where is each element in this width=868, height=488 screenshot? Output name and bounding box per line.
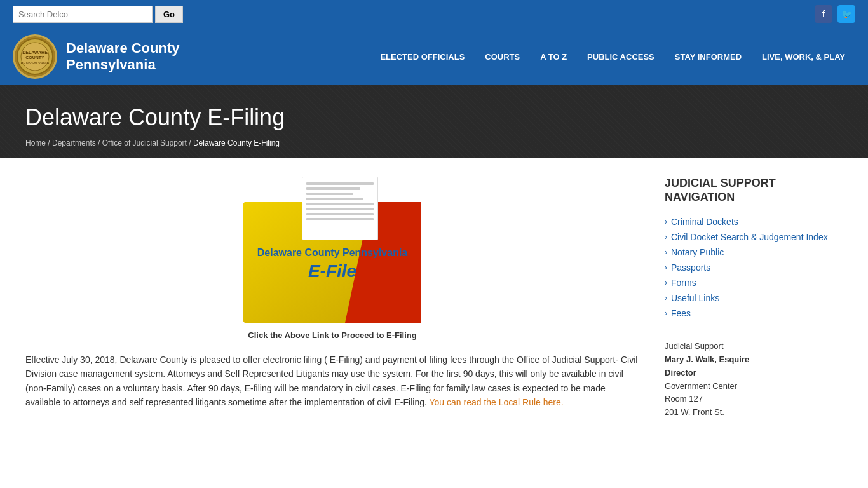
contact-address-line1: Government Center: [665, 380, 843, 393]
site-title: Delaware County Pennsylvania: [66, 40, 180, 74]
sidebar-link-criminal-dockets[interactable]: Criminal Dockets: [671, 217, 738, 227]
nav-stay-informed[interactable]: STAY INFORMED: [665, 46, 752, 68]
sidebar-link-civil-docket[interactable]: Civil Docket Search & Judgement Index: [671, 232, 828, 242]
page-title: Delaware County E-Filing: [25, 104, 843, 131]
sidebar-item-civil-docket: › Civil Docket Search & Judgement Index: [665, 229, 843, 245]
efile-image-container: Delaware County Pennsylvania E-File Clic…: [25, 177, 639, 340]
county-seal: DELAWARE COUNTY PENNSYLVANIA: [13, 34, 57, 79]
twitter-icon[interactable]: 🐦: [837, 5, 855, 23]
folder-paper: [302, 177, 378, 240]
content-wrapper: Delaware County Pennsylvania E-File Clic…: [0, 158, 868, 438]
efile-folder-link[interactable]: Delaware County Pennsylvania E-File: [243, 177, 421, 323]
sidebar-item-fees: › Fees: [665, 306, 843, 321]
folder-text: Delaware County Pennsylvania E-File: [243, 247, 421, 281]
paper-line: [306, 193, 353, 195]
logo-area: DELAWARE COUNTY PENNSYLVANIA Delaware Co…: [13, 34, 180, 79]
paper-line: [306, 208, 374, 210]
chevron-icon: ›: [665, 309, 667, 318]
search-form: Go: [13, 6, 183, 23]
paper-line: [306, 198, 363, 200]
site-header: DELAWARE COUNTY PENNSYLVANIA Delaware Co…: [0, 28, 868, 85]
svg-text:COUNTY: COUNTY: [25, 55, 44, 60]
sidebar-item-criminal-dockets: › Criminal Dockets: [665, 214, 843, 229]
folder-text-top: Delaware County Pennsylvania: [243, 247, 421, 259]
svg-text:PENNSYLVANIA: PENNSYLVANIA: [20, 61, 49, 65]
top-bar: Go f 🐦: [0, 0, 868, 28]
search-button[interactable]: Go: [155, 6, 183, 23]
social-icons: f 🐦: [815, 5, 855, 23]
folder-text-efile: E-File: [243, 261, 421, 281]
sidebar: JUDICIAL SUPPORT NAVIGATION › Criminal D…: [665, 177, 843, 419]
contact-title: Director: [665, 367, 843, 380]
nav-elected-officials[interactable]: ELECTED OFFICIALS: [370, 46, 475, 68]
facebook-icon[interactable]: f: [815, 5, 832, 23]
chevron-icon: ›: [665, 233, 667, 241]
contact-section: Judicial Support Mary J. Walk, Esquire D…: [665, 340, 843, 419]
body-text: Effective July 30, 2018, Delaware County…: [25, 353, 639, 410]
contact-address-line3: 201 W. Front St.: [665, 406, 843, 419]
page-hero: Delaware County E-Filing Home / Departme…: [0, 85, 868, 158]
sidebar-item-useful-links: › Useful Links: [665, 290, 843, 306]
seal-inner: DELAWARE COUNTY PENNSYLVANIA: [15, 36, 55, 77]
paper-line: [306, 187, 360, 190]
efile-caption: Click the Above Link to Proceed to E-Fil…: [25, 330, 639, 340]
sidebar-nav-list: › Criminal Dockets › Civil Docket Search…: [665, 214, 843, 321]
contact-name: Mary J. Walk, Esquire: [665, 353, 843, 367]
sidebar-item-passports: › Passports: [665, 260, 843, 275]
paper-line: [306, 182, 374, 185]
sidebar-link-passports[interactable]: Passports: [671, 262, 710, 273]
sidebar-item-notary-public: › Notary Public: [665, 245, 843, 260]
main-nav: ELECTED OFFICIALS COURTS A TO Z PUBLIC A…: [370, 46, 855, 68]
breadcrumb-current: Delaware County E-Filing: [193, 139, 280, 147]
sidebar-item-forms: › Forms: [665, 275, 843, 290]
nav-a-to-z[interactable]: A TO Z: [530, 46, 577, 68]
contact-address-line2: Room 127: [665, 393, 843, 406]
sidebar-link-fees[interactable]: Fees: [671, 308, 691, 318]
search-input[interactable]: [13, 6, 153, 23]
chevron-icon: ›: [665, 263, 667, 272]
chevron-icon: ›: [665, 294, 667, 302]
nav-public-access[interactable]: PUBLIC ACCESS: [577, 46, 665, 68]
breadcrumb-home[interactable]: Home: [25, 139, 46, 147]
chevron-icon: ›: [665, 217, 667, 226]
nav-live-work-play[interactable]: LIVE, WORK, & PLAY: [752, 46, 855, 68]
contact-dept-name: Judicial Support: [665, 340, 843, 353]
local-rule-link[interactable]: You can read the Local Rule here.: [430, 397, 564, 407]
sidebar-link-notary-public[interactable]: Notary Public: [671, 247, 724, 257]
chevron-icon: ›: [665, 278, 667, 287]
paper-line: [306, 218, 374, 220]
paper-line: [306, 213, 374, 215]
breadcrumb-departments[interactable]: Departments: [52, 139, 96, 147]
chevron-icon: ›: [665, 248, 667, 257]
sidebar-link-useful-links[interactable]: Useful Links: [671, 293, 719, 303]
svg-text:DELAWARE: DELAWARE: [22, 50, 48, 55]
breadcrumb: Home / Departments / Office of Judicial …: [25, 139, 843, 147]
sidebar-nav-title: JUDICIAL SUPPORT NAVIGATION: [665, 177, 843, 204]
paper-line: [306, 203, 374, 205]
breadcrumb-judicial-support[interactable]: Office of Judicial Support: [102, 139, 187, 147]
sidebar-link-forms[interactable]: Forms: [671, 278, 696, 288]
main-content: Delaware County Pennsylvania E-File Clic…: [25, 177, 639, 419]
nav-courts[interactable]: COURTS: [475, 46, 530, 68]
